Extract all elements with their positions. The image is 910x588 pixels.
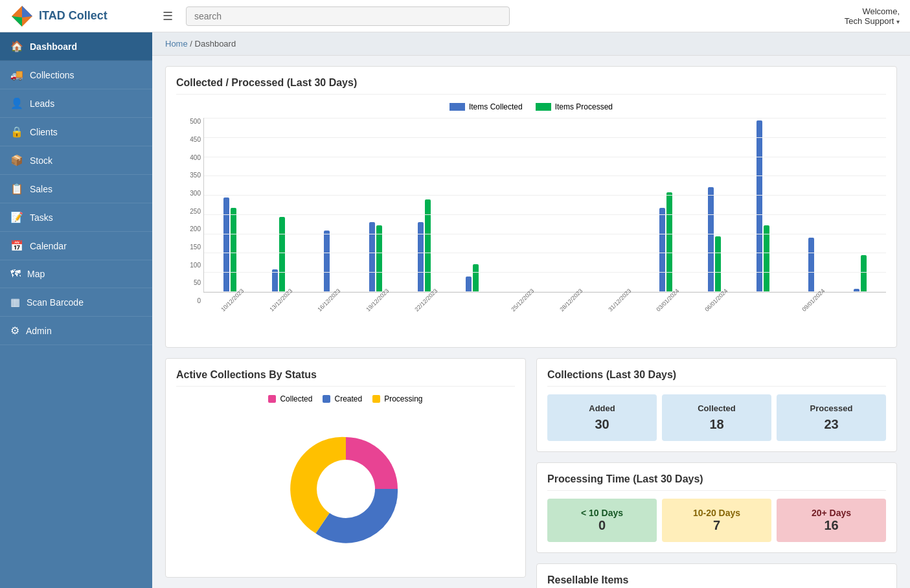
logo-icon xyxy=(10,5,34,28)
sidebar: 🏠 Dashboard 🚚 Collections 👤 Leads 🔒 Clie… xyxy=(0,32,152,588)
collections-stats-section: Collections (Last 30 Days) Added 30 Coll… xyxy=(536,358,897,452)
sidebar-label-leads: Leads xyxy=(30,98,54,109)
sidebar-item-calendar[interactable]: 📅 Calendar xyxy=(0,232,152,260)
body-wrapper: 🏠 Dashboard 🚚 Collections 👤 Leads 🔒 Clie… xyxy=(0,32,910,588)
admin-icon: ⚙ xyxy=(10,324,19,337)
bar-group xyxy=(545,291,593,292)
main-content: Home / Dashboard Collected / Processed (… xyxy=(152,32,910,588)
sidebar-item-clients[interactable]: 🔒 Clients xyxy=(0,118,152,146)
donut-chart xyxy=(275,418,417,560)
legend-collected: Items Collected xyxy=(449,102,523,111)
donut-created-dot xyxy=(323,395,330,403)
bar-collected xyxy=(369,222,375,292)
hamburger-icon[interactable]: ☰ xyxy=(163,9,173,23)
bar-collected xyxy=(324,231,330,292)
svg-marker-2 xyxy=(12,16,22,27)
stat-added-value: 30 xyxy=(554,417,650,432)
bar-collected xyxy=(418,222,424,292)
bar-processed xyxy=(279,217,285,292)
sidebar-item-scan-barcode[interactable]: ▦ Scan Barcode xyxy=(0,288,152,317)
sidebar-label-admin: Admin xyxy=(26,326,52,336)
sidebar-label-scan-barcode: Scan Barcode xyxy=(27,297,84,308)
donut-legend-collected-label: Collected xyxy=(280,394,312,403)
donut-collected-dot xyxy=(268,395,276,403)
breadcrumb-home[interactable]: Home xyxy=(165,39,188,49)
stat-processed-value: 23 xyxy=(783,417,880,432)
donut-legend: Collected Created Processing xyxy=(176,394,515,403)
dashboard-icon: 🏠 xyxy=(10,40,23,52)
sidebar-item-collections[interactable]: 🚚 Collections xyxy=(0,61,152,89)
dashboard-content: Collected / Processed (Last 30 Days) Ite… xyxy=(152,56,910,588)
search-input[interactable] xyxy=(186,6,510,26)
stat-collected-label: Collected xyxy=(668,403,765,413)
collections-stats-grid: Added 30 Collected 18 Processed 23 xyxy=(547,394,886,441)
resellable-items-section: Resellable Items Last 7 Days 0 Last 30 D… xyxy=(536,563,897,588)
bar-collected xyxy=(659,208,665,292)
scan-barcode-icon: ▦ xyxy=(10,296,20,308)
tasks-icon: 📝 xyxy=(10,211,23,223)
proc-20plus-label: 20+ Days xyxy=(783,508,880,518)
stat-added: Added 30 xyxy=(547,394,657,441)
bar-collected xyxy=(708,187,714,292)
bar-processed xyxy=(425,199,431,292)
sidebar-item-sales[interactable]: 📋 Sales xyxy=(0,175,152,203)
donut-legend-collected: Collected xyxy=(268,394,312,403)
leads-icon: 👤 xyxy=(10,97,23,109)
legend-processed: Items Processed xyxy=(536,102,613,111)
collections-stats-title: Collections (Last 30 Days) xyxy=(547,369,886,387)
x-labels: 10/12/202313/12/202316/12/202319/12/2023… xyxy=(203,295,886,304)
bar-collected xyxy=(756,120,762,292)
bar-group xyxy=(207,198,254,292)
sidebar-label-sales: Sales xyxy=(30,184,52,194)
svg-marker-1 xyxy=(22,6,32,17)
bars-container xyxy=(204,118,886,292)
bar-collected xyxy=(854,289,859,292)
donut-legend-processing: Processing xyxy=(372,394,422,403)
sidebar-label-clients: Clients xyxy=(30,127,58,137)
logo-text: ITAD Collect xyxy=(39,9,108,23)
stock-icon: 📦 xyxy=(10,154,23,166)
donut-processing-dot xyxy=(372,395,380,403)
bar-chart-wrapper: 0 50 100 150 200 250 300 350 400 450 500 xyxy=(176,118,886,337)
collections-icon: 🚚 xyxy=(10,69,23,81)
legend-processed-color xyxy=(536,103,551,111)
sidebar-label-collections: Collections xyxy=(30,70,74,80)
bar-processed xyxy=(764,225,769,292)
legend-processed-label: Items Processed xyxy=(555,102,613,111)
bar-processed xyxy=(861,255,867,292)
sales-icon: 📋 xyxy=(10,183,23,195)
bar-processed xyxy=(666,192,672,292)
welcome-area: Welcome, Tech Support ▾ xyxy=(845,6,900,26)
resellable-title: Resellable Items xyxy=(547,574,886,588)
sidebar-label-stock: Stock xyxy=(30,155,52,166)
sidebar-item-stock[interactable]: 📦 Stock xyxy=(0,146,152,175)
map-icon: 🗺 xyxy=(10,268,21,280)
bar-chart-section: Collected / Processed (Last 30 Days) Ite… xyxy=(165,66,897,348)
calendar-icon: 📅 xyxy=(10,240,23,252)
sidebar-item-map[interactable]: 🗺 Map xyxy=(0,260,152,288)
sidebar-label-dashboard: Dashboard xyxy=(30,41,77,52)
bar-group xyxy=(594,291,641,292)
breadcrumb-current: Dashboard xyxy=(195,39,236,49)
proc-10-20: 10-20 Days 7 xyxy=(662,499,771,542)
legend-collected-label: Items Collected xyxy=(469,102,523,111)
sidebar-item-admin[interactable]: ⚙ Admin xyxy=(0,317,152,345)
bar-collected xyxy=(466,277,472,292)
user-name[interactable]: Tech Support ▾ xyxy=(845,16,900,26)
right-section: Collections (Last 30 Days) Added 30 Coll… xyxy=(536,358,897,588)
bar-group xyxy=(400,199,448,292)
bar-collected xyxy=(223,198,229,292)
sidebar-item-tasks[interactable]: 📝 Tasks xyxy=(0,203,152,232)
clients-icon: 🔒 xyxy=(10,126,23,138)
bar-collected xyxy=(272,269,278,292)
donut-hole xyxy=(317,460,375,518)
bar-group xyxy=(497,291,545,292)
donut-legend-created-label: Created xyxy=(334,394,362,403)
sidebar-item-leads[interactable]: 👤 Leads xyxy=(0,89,152,118)
donut-title: Active Collections By Status xyxy=(176,369,515,387)
user-dropdown-arrow: ▾ xyxy=(896,18,900,25)
bottom-row: Active Collections By Status Collected C… xyxy=(165,358,897,588)
sidebar-item-dashboard[interactable]: 🏠 Dashboard xyxy=(0,32,152,61)
bar-group xyxy=(740,120,787,292)
breadcrumb: Home / Dashboard xyxy=(152,32,910,56)
